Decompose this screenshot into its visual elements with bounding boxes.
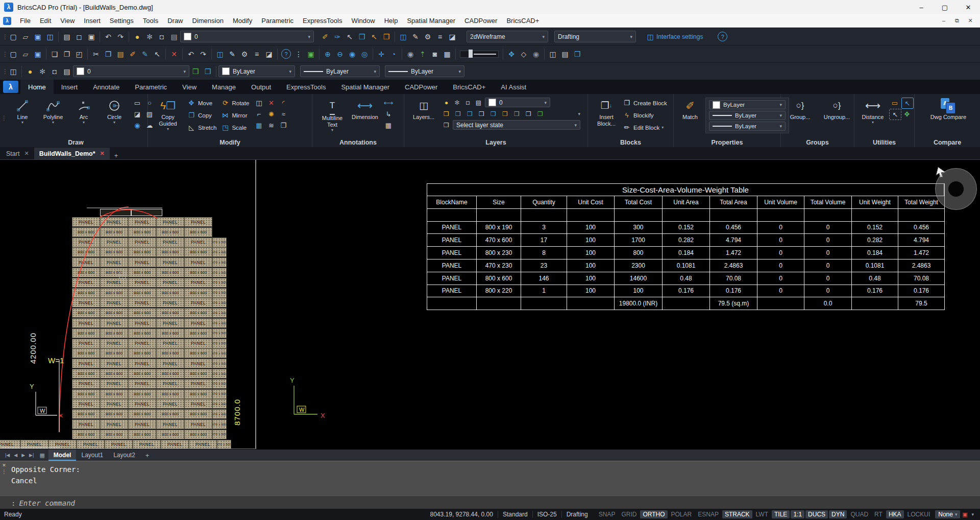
match-props-icon[interactable]: ✐ xyxy=(127,48,139,60)
panel-block[interactable]: PANEL xyxy=(128,318,156,328)
save-doc-icon[interactable]: ▣ xyxy=(32,48,44,60)
insert-block-button[interactable]: ❐↓ Insert Block... xyxy=(593,98,620,127)
panel-block[interactable]: PANEL xyxy=(184,339,212,348)
layer-state-save-icon[interactable]: ❒ xyxy=(189,65,202,78)
panel-block[interactable]: PANEL xyxy=(156,359,184,368)
panel-block[interactable]: PANEL xyxy=(0,440,20,449)
panel-block[interactable]: PANEL xyxy=(161,440,189,449)
menu-item-tools[interactable]: Tools xyxy=(138,17,163,25)
panel-block[interactable]: PANEL xyxy=(189,440,217,449)
ucs-nav-icon[interactable]: ✥ xyxy=(901,109,913,119)
status-toggle-1-1[interactable]: 1:1 xyxy=(791,510,804,518)
select-similar-icon[interactable]: ↖ xyxy=(368,31,380,43)
dim-style-indicator[interactable]: ISO-25 xyxy=(532,511,561,518)
quick-select-icon[interactable]: ❒ xyxy=(356,31,368,43)
panel-block-narrow[interactable]: 470 x 600 xyxy=(212,379,227,389)
cursor-select-icon[interactable]: ↖ xyxy=(151,48,163,60)
panel-block-narrow[interactable]: 470 x 600 xyxy=(212,318,227,328)
panel-block[interactable]: PANEL xyxy=(100,399,128,409)
panel-block[interactable]: PANEL xyxy=(184,318,212,328)
panel-block-narrow[interactable]: 470 x 600 xyxy=(212,419,227,429)
status-toggle-ortho[interactable]: ORTHO xyxy=(640,510,667,518)
panel-block[interactable]: PANEL xyxy=(128,257,156,267)
panel-block[interactable]: 800 x 600 xyxy=(100,409,128,419)
layout-tab-model[interactable]: Model xyxy=(48,450,77,461)
erase-icon[interactable]: ✕ xyxy=(265,98,277,108)
layer-lock-icon[interactable]: ◘ xyxy=(156,31,168,43)
dwg-compare-button[interactable]: AB Dwg Compare xyxy=(930,98,967,121)
ribbon-tab-cadpower[interactable]: CADPower xyxy=(397,80,445,94)
maximize-button[interactable]: ▢ xyxy=(933,0,957,14)
panel-block[interactable]: 800 x 600 xyxy=(100,369,128,379)
menu-item-insert[interactable]: Insert xyxy=(79,17,105,25)
panel-block[interactable]: PANEL xyxy=(72,257,100,267)
attach-icon[interactable]: ❐ xyxy=(61,48,73,60)
panel-block[interactable]: 800 x 600 xyxy=(128,268,156,277)
ribbon-tab-manage[interactable]: Manage xyxy=(204,80,243,94)
panel-block-narrow[interactable]: 470 x 600 xyxy=(212,298,227,308)
panel-block[interactable]: PANEL xyxy=(156,298,184,308)
drawing-canvas[interactable]: PANELPANELPANELPANELPANEL800 x 600800 x … xyxy=(0,159,980,450)
group-button[interactable]: ○}Group... xyxy=(785,98,816,121)
line-button[interactable]: Line ▾ xyxy=(9,98,36,125)
copy-clip-icon[interactable]: ❐ xyxy=(102,48,114,60)
zoom-extents-icon[interactable]: ◉ xyxy=(346,48,358,60)
layer-state-6[interactable]: ❒ xyxy=(500,109,510,119)
panel-block[interactable]: PANEL xyxy=(128,217,156,227)
menu-item-dimension[interactable]: Dimension xyxy=(188,17,228,25)
command-history[interactable]: Opposite Corner:Cancel xyxy=(0,461,980,497)
layer-state-new-icon[interactable]: ❒ xyxy=(202,65,214,78)
new-doc-icon[interactable]: ▢ xyxy=(7,48,19,60)
panel-block[interactable]: 800 x 600 xyxy=(156,288,184,298)
cut-icon[interactable]: ✂ xyxy=(90,48,102,60)
plot-icon[interactable]: ▤ xyxy=(473,98,484,107)
command-grip[interactable]: ⋮ xyxy=(2,469,7,475)
panel-block[interactable]: PANEL xyxy=(72,238,100,247)
help-icon[interactable]: ? xyxy=(718,32,727,41)
panel-block[interactable]: PANEL xyxy=(128,379,156,389)
text-style-indicator[interactable]: Standard xyxy=(498,511,532,518)
status-toggle-ducs[interactable]: DUCS xyxy=(805,510,828,518)
panel-block[interactable]: 800 x 600 xyxy=(100,247,128,257)
fillet-icon[interactable]: ◜ xyxy=(278,98,289,108)
panel-block[interactable]: 800 x 600 xyxy=(72,308,100,318)
panel-block[interactable]: 800 x 600 xyxy=(72,328,100,338)
properties-panel-icon[interactable]: ◫ xyxy=(397,31,409,43)
panel-block[interactable]: 800 x 600 xyxy=(100,430,128,439)
layer-padlock-icon[interactable]: ◘ xyxy=(48,65,61,78)
tiles-icon[interactable]: ❒ xyxy=(571,48,583,60)
layer-dropdown-2[interactable]: 0▾ xyxy=(73,65,189,77)
plot-icon[interactable]: ▤ xyxy=(61,31,73,43)
panel-block[interactable]: 800 x 600 xyxy=(100,268,128,277)
menu-item-parametric[interactable]: Parametric xyxy=(257,17,298,25)
layer-state-2[interactable]: ❒ xyxy=(453,109,463,119)
redo-icon[interactable]: ↷ xyxy=(114,31,127,43)
panel-block-narrow[interactable]: 470 x 600 xyxy=(212,247,227,257)
menu-item-help[interactable]: Help xyxy=(380,17,403,25)
menu-item-expresstools[interactable]: ExpressTools xyxy=(298,17,347,25)
color-dropdown[interactable]: ByLayer▾ xyxy=(218,65,295,77)
bulb-icon[interactable]: ● xyxy=(441,98,452,107)
status-toggle-quad[interactable]: QUAD xyxy=(848,510,871,518)
grip-handle[interactable]: ⋮ xyxy=(2,33,7,40)
visual-style-dropdown[interactable]: 2dWireframe▾ xyxy=(467,31,548,42)
table-icon[interactable]: ▦ xyxy=(383,120,394,130)
menu-item-modify[interactable]: Modify xyxy=(228,17,257,25)
panel-block[interactable]: PANEL xyxy=(128,278,156,288)
panel-block-narrow[interactable]: 470 x 600 xyxy=(212,369,227,379)
freeze-icon[interactable]: ✻ xyxy=(452,98,462,107)
polyline-button[interactable]: Polyline ▾ xyxy=(40,98,66,125)
layer-state-9[interactable]: ❒ xyxy=(535,109,546,119)
panel-block[interactable]: PANEL xyxy=(156,238,184,247)
panel-block[interactable]: 800 x 600 xyxy=(156,348,184,358)
mdi-restore-button[interactable]: ⧉ xyxy=(950,17,964,24)
print-preview-icon[interactable]: ◻ xyxy=(73,31,85,43)
panel-block-narrow[interactable]: 470 x 600 xyxy=(212,257,227,267)
distance-button[interactable]: ⟷ Distance ▾ xyxy=(860,98,886,125)
panel-block[interactable]: PANEL xyxy=(156,419,184,429)
status-toggle-grid[interactable]: GRID xyxy=(619,510,639,518)
layer-state-3[interactable]: ❒ xyxy=(464,109,475,119)
first-layout-icon[interactable]: |◀ xyxy=(3,453,12,458)
ribbon-tab-spatial-manager[interactable]: Spatial Manager xyxy=(333,80,397,94)
layer-freeze-icon[interactable]: ✻ xyxy=(143,31,156,43)
